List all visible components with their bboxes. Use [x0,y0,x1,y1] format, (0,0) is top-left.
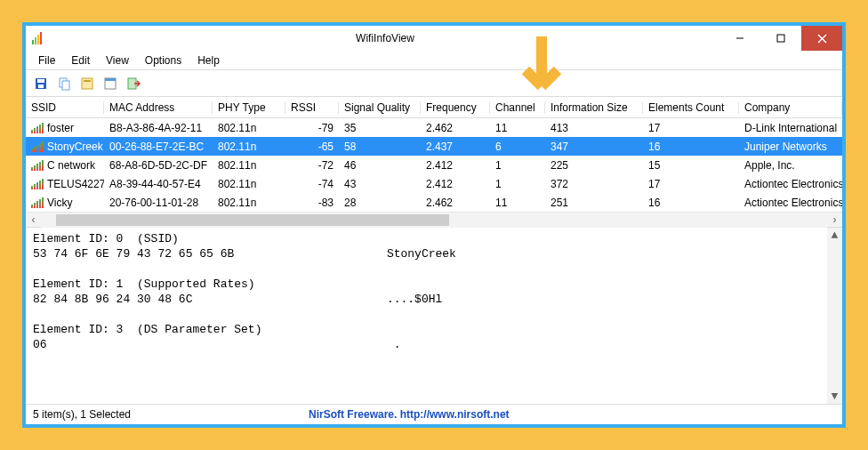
detail-line: Element ID: 0 (SSID) [33,232,179,245]
window-controls [719,26,842,51]
cell-comp: Juniper Networks [739,141,842,153]
table-row[interactable]: Vicky20-76-00-11-01-28802.11n-83282.4621… [26,193,842,212]
status-link[interactable]: NirSoft Freeware. http://www.nirsoft.net [309,408,835,421]
svg-rect-12 [62,81,69,90]
svg-rect-9 [37,79,44,83]
menu-help[interactable]: Help [190,52,227,68]
table-row[interactable]: TELUS4227A8-39-44-40-57-E4802.11n-74432.… [26,174,842,193]
cell-comp: Actiontec Electronics, [739,178,842,190]
close-button[interactable] [801,26,842,51]
cell-elem: 15 [643,159,739,172]
menu-file[interactable]: File [31,52,62,68]
window-title: WifiInfoView [51,32,719,44]
minimize-button[interactable] [719,26,760,51]
detail-hex: 06 [33,338,47,351]
app-icon [26,32,51,44]
col-channel[interactable]: Channel [490,101,545,114]
detail-line: Element ID: 1 (Supported Rates) [33,277,255,291]
cell-chan: 1 [490,178,545,190]
cell-rssi: -79 [285,122,339,134]
cell-mac: B8-A3-86-4A-92-11 [104,122,213,134]
scroll-down-arrow-icon[interactable]: ▼ [827,389,842,404]
scroll-up-arrow-icon[interactable]: ▲ [827,228,842,243]
details-pane: Element ID: 0 (SSID) 53 74 6F 6E 79 43 7… [26,228,842,405]
col-elements-count[interactable]: Elements Count [643,101,739,114]
wifi-signal-icon [31,123,44,133]
detail-line: Element ID: 3 (DS Parameter Set) [33,323,261,336]
wifi-signal-icon [31,197,44,208]
copy-icon[interactable] [54,74,74,93]
cell-ssid: foster [26,122,104,134]
cell-chan: 11 [490,122,545,134]
cell-sq: 28 [339,197,421,209]
menu-view[interactable]: View [99,52,136,68]
table-row[interactable]: fosterB8-A3-86-4A-92-11802.11n-79352.462… [26,118,842,137]
col-phy[interactable]: PHY Type [213,101,285,114]
cell-ssid: StonyCreek [26,141,104,153]
cell-sq: 46 [339,159,421,172]
menubar: File Edit View Options Help [26,51,842,70]
table-horizontal-scrollbar[interactable]: ‹ › [26,212,842,227]
html-report-icon[interactable] [100,74,120,93]
cell-info: 372 [545,178,643,190]
properties-icon[interactable] [77,74,97,93]
svg-rect-13 [82,78,92,89]
exit-icon[interactable] [124,74,143,93]
cell-ssid: C network [26,159,104,172]
col-company[interactable]: Company [739,101,842,114]
save-icon[interactable] [31,74,51,93]
detail-hex: 53 74 6F 6E 79 43 72 65 65 6B [33,247,234,261]
maximize-button[interactable] [760,26,801,51]
cell-rssi: -83 [285,197,339,209]
svg-rect-2 [37,35,39,44]
app-window: WifiInfoView File Edit View Options Help… [25,25,843,425]
cell-info: 225 [545,159,643,172]
scroll-left-arrow-icon[interactable]: ‹ [26,213,41,228]
scroll-track[interactable] [41,213,827,228]
toolbar [26,70,842,97]
table-row[interactable]: C network68-A8-6D-5D-2C-DF802.11n-72462.… [26,156,842,174]
cell-comp: Actiontec Electronics, [739,197,842,209]
cell-chan: 6 [490,141,545,153]
svg-rect-3 [40,32,42,44]
detail-ascii: ....$0Hl [387,293,442,306]
cell-phy: 802.11n [213,122,285,134]
cell-sq: 35 [339,122,421,134]
details-vertical-scrollbar[interactable]: ▲ ▼ [827,228,842,404]
wifi-signal-icon [31,141,44,152]
cell-elem: 16 [643,141,739,153]
cell-info: 347 [545,141,643,153]
wifi-signal-icon [31,179,44,189]
col-ssid[interactable]: SSID [26,101,104,114]
status-count: 5 item(s), 1 Selected [33,408,309,421]
table-row[interactable]: StonyCreek00-26-88-E7-2E-BC802.11n-65582… [26,137,842,156]
cell-ssid: TELUS4227 [26,178,104,190]
cell-rssi: -74 [285,178,339,190]
cell-elem: 17 [643,122,739,134]
cell-freq: 2.412 [421,178,490,190]
cell-phy: 802.11n [213,178,285,190]
scroll-thumb[interactable] [56,214,449,226]
statusbar: 5 item(s), 1 Selected NirSoft Freeware. … [26,405,842,424]
cell-mac: 00-26-88-E7-2E-BC [104,141,213,153]
cell-phy: 802.11n [213,159,285,172]
cell-chan: 1 [490,159,545,172]
cell-elem: 17 [643,178,739,190]
col-rssi[interactable]: RSSI [285,101,339,114]
cell-chan: 11 [490,197,545,209]
col-frequency[interactable]: Frequency [421,101,490,114]
menu-edit[interactable]: Edit [64,52,97,68]
menu-options[interactable]: Options [138,52,189,68]
col-mac[interactable]: MAC Address [104,101,213,114]
titlebar: WifiInfoView [26,26,842,51]
col-signal-quality[interactable]: Signal Quality [339,101,421,114]
cell-phy: 802.11n [213,141,285,153]
scroll-right-arrow-icon[interactable]: › [827,213,842,228]
cell-mac: A8-39-44-40-57-E4 [104,178,213,190]
detail-ascii: StonyCreek [387,247,456,261]
cell-mac: 20-76-00-11-01-28 [104,197,213,209]
svg-rect-14 [84,80,91,82]
col-information-size[interactable]: Information Size [545,101,643,114]
cell-sq: 43 [339,178,421,190]
network-table: SSID MAC Address PHY Type RSSI Signal Qu… [26,97,842,228]
